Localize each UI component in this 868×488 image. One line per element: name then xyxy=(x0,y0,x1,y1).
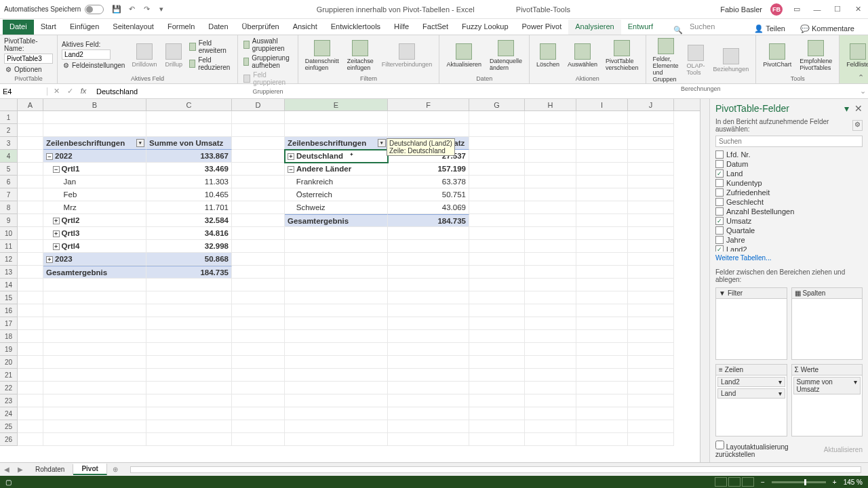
macro-record-icon[interactable]: ▢ xyxy=(5,479,12,486)
cell[interactable] xyxy=(576,317,628,330)
cell[interactable] xyxy=(146,279,232,291)
cell[interactable] xyxy=(576,420,628,433)
col-header-c[interactable]: C xyxy=(146,99,232,110)
cell[interactable] xyxy=(146,407,232,420)
cell[interactable] xyxy=(18,201,43,214)
cell[interactable]: Gesamtergebnis xyxy=(285,214,388,227)
cell[interactable] xyxy=(146,291,232,304)
cell[interactable] xyxy=(232,433,285,446)
area-columns[interactable]: ▦Spalten xyxy=(791,287,863,360)
val-item-umsatz[interactable]: Summe von Umsatz▾ xyxy=(793,377,861,394)
zoom-out-icon[interactable]: − xyxy=(761,479,765,486)
cell[interactable] xyxy=(43,369,146,382)
cell[interactable] xyxy=(232,188,285,201)
panel-gear-icon[interactable]: ⚙ xyxy=(852,120,863,131)
checkbox-icon[interactable] xyxy=(715,150,724,159)
cell[interactable] xyxy=(18,343,43,356)
cell[interactable]: +Qrtl2 xyxy=(43,214,146,227)
cell[interactable] xyxy=(469,227,525,240)
search-box[interactable]: Suchen xyxy=(683,20,722,35)
cell[interactable] xyxy=(525,240,576,253)
checkbox-icon[interactable] xyxy=(715,207,724,216)
share-button[interactable]: 👤 Teilen xyxy=(749,23,791,35)
checkbox-icon[interactable] xyxy=(715,226,724,235)
tab-data[interactable]: Daten xyxy=(201,20,235,35)
field-item[interactable]: Datum xyxy=(715,159,863,169)
cell[interactable] xyxy=(628,356,674,369)
row-header[interactable]: 12 xyxy=(0,253,18,266)
cell[interactable] xyxy=(628,291,674,304)
cell[interactable]: 33.469 xyxy=(146,163,232,176)
ungroup-button[interactable]: Gruppierung aufheben xyxy=(242,54,294,70)
cell[interactable] xyxy=(285,433,388,446)
zoom-slider[interactable] xyxy=(772,481,826,483)
cell[interactable] xyxy=(232,214,285,227)
row-header[interactable]: 4 xyxy=(0,150,18,163)
search-icon[interactable]: 🔍 xyxy=(673,26,683,35)
collapse-field-button[interactable]: Feld reduzieren xyxy=(188,56,233,72)
cell[interactable] xyxy=(43,382,146,394)
expand-formula-icon[interactable]: ⌄ xyxy=(857,87,868,96)
col-header-j[interactable]: J xyxy=(628,99,674,110)
pivotchart-button[interactable]: PivotChart xyxy=(760,42,794,69)
cell[interactable] xyxy=(232,266,285,279)
cell[interactable] xyxy=(525,330,576,343)
vertical-scrollbar[interactable] xyxy=(700,99,709,462)
cell[interactable] xyxy=(285,407,388,420)
cell[interactable] xyxy=(388,227,469,240)
cell[interactable] xyxy=(43,279,146,291)
cell[interactable]: Österreich xyxy=(285,188,388,201)
cell[interactable] xyxy=(285,394,388,407)
cell[interactable] xyxy=(43,291,146,304)
cell[interactable]: Schweiz xyxy=(285,201,388,214)
cell[interactable] xyxy=(628,240,674,253)
row-header[interactable]: 20 xyxy=(0,356,18,369)
cell[interactable] xyxy=(576,304,628,317)
cell[interactable] xyxy=(43,407,146,420)
tab-fuzzy[interactable]: Fuzzy Lookup xyxy=(455,20,515,35)
save-icon[interactable]: 💾 xyxy=(112,5,121,14)
row-item-land[interactable]: Land▾ xyxy=(717,388,785,399)
cell[interactable] xyxy=(469,304,525,317)
col-header-i[interactable]: I xyxy=(576,99,628,110)
page-layout-view-icon[interactable] xyxy=(728,477,741,487)
cell[interactable] xyxy=(469,253,525,266)
field-settings-button[interactable]: ⚙ Feldeinstellungen xyxy=(62,61,126,70)
tab-insert[interactable]: Einfügen xyxy=(63,20,106,35)
cell[interactable] xyxy=(388,433,469,446)
options-button[interactable]: ⚙ Optionen xyxy=(4,65,53,74)
cell[interactable] xyxy=(388,356,469,369)
cell[interactable] xyxy=(232,253,285,266)
cell[interactable] xyxy=(232,407,285,420)
tab-powerpivot[interactable]: Power Pivot xyxy=(515,20,569,35)
cell[interactable] xyxy=(628,137,674,150)
cell[interactable] xyxy=(232,176,285,188)
cell[interactable] xyxy=(628,420,674,433)
cell[interactable] xyxy=(146,369,232,382)
cell[interactable] xyxy=(232,291,285,304)
cell[interactable] xyxy=(576,163,628,176)
cell[interactable] xyxy=(525,394,576,407)
cell[interactable] xyxy=(469,150,525,163)
cell[interactable] xyxy=(232,279,285,291)
cell[interactable] xyxy=(576,407,628,420)
cell[interactable] xyxy=(232,227,285,240)
cell[interactable] xyxy=(232,240,285,253)
cell[interactable] xyxy=(388,253,469,266)
cell[interactable]: Mrz xyxy=(43,201,146,214)
cell[interactable]: 11.701 xyxy=(146,201,232,214)
clear-button[interactable]: Löschen xyxy=(534,42,562,69)
cell[interactable] xyxy=(628,266,674,279)
row-header[interactable]: 5 xyxy=(0,163,18,176)
cell[interactable] xyxy=(469,369,525,382)
cell[interactable] xyxy=(146,382,232,394)
cell[interactable] xyxy=(576,291,628,304)
cell[interactable] xyxy=(388,317,469,330)
cell[interactable] xyxy=(18,304,43,317)
field-item[interactable]: Umsatz xyxy=(715,216,863,226)
tab-developer[interactable]: Entwicklertools xyxy=(324,20,387,35)
col-header-h[interactable]: H xyxy=(525,99,576,110)
cell[interactable] xyxy=(18,150,43,163)
cell[interactable]: −Qrtl1 xyxy=(43,163,146,176)
cell[interactable] xyxy=(628,343,674,356)
